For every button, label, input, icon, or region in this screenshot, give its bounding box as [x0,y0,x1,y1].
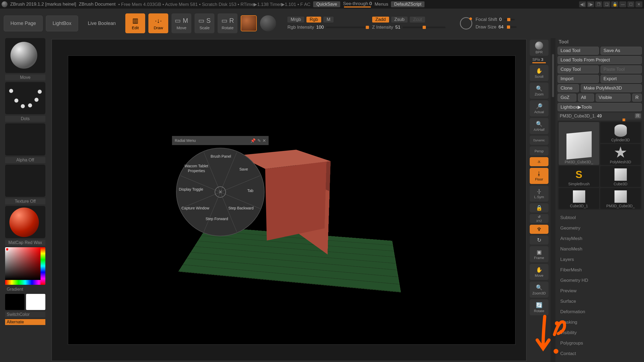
default-zscript[interactable]: DefaultZScript [391,1,425,7]
hue-bar[interactable] [5,280,45,285]
rgb-intensity-slider[interactable] [326,27,369,28]
alpha-thumbnail[interactable] [5,123,45,156]
move-mode-button[interactable]: ▭ MMove [171,13,191,33]
zadd-button[interactable]: Zadd [372,17,389,23]
load-tools-project-button[interactable]: Load Tools From Project [558,56,642,64]
alternate-button[interactable]: Alternate [5,319,45,325]
current-material-swatch[interactable] [241,15,257,31]
radial-settings-icon[interactable]: ✎ [257,138,261,143]
lightbox-button[interactable]: LightBox [46,16,78,31]
rotate-y-button[interactable]: ♆ [530,225,548,234]
make-polymesh-button[interactable]: Make PolyMesh3D [581,84,642,92]
subpanel-masking[interactable]: Masking [558,317,642,327]
tool-slider[interactable] [623,119,625,121]
scroll-button[interactable]: ✋Scroll [530,65,548,81]
goz-r-button[interactable]: R [632,94,642,102]
minimize-icon[interactable]: — [619,1,626,7]
goz-button[interactable]: GoZ [558,94,576,102]
bpr-button[interactable]: BPR [530,40,548,56]
draw-size-slider[interactable] [506,26,517,28]
goz-all-button[interactable]: All [578,94,594,102]
tool-item-cylinder[interactable]: Cylinder3D [600,122,641,143]
document-canvas[interactable]: Radial Menu 📌 ✎ ✕ Brush Panel Save Tab S… [52,39,526,361]
subpanel-fibermesh[interactable]: FiberMesh [558,265,642,275]
tool-item-cube3d[interactable]: Cube3D [600,166,641,187]
subpanel-visibility[interactable]: Visibility [558,328,642,338]
radial-seg-display-toggle[interactable]: Display Toggle [175,187,207,192]
menus-button[interactable]: Menus [375,2,388,7]
export-button[interactable]: Export [601,75,642,83]
stroke-thumbnail[interactable] [5,82,45,114]
paste-tool-button[interactable]: Paste Tool [601,65,642,73]
close-icon[interactable]: ✕ [635,1,642,7]
goz-visible-button[interactable]: Visible [596,94,631,102]
radial-seg-wacom[interactable]: Wacom Tablet Properties [180,164,213,173]
xyz-button[interactable]: ↺XYZ [530,214,548,223]
rgb-button[interactable]: Rgb [306,17,321,23]
tool-item-simplebrush[interactable]: SSimpleBrush [559,166,599,187]
radial-pin-icon[interactable]: 📌 [250,138,256,143]
subpanel-arraymesh[interactable]: ArrayMesh [558,234,642,243]
tool-r-button[interactable]: R [635,113,641,118]
radial-wheel[interactable]: Brush Panel Save Tab Step Backward Step … [176,148,265,236]
zoom3d-button[interactable]: 🔍Zoom3D [530,282,548,298]
radial-seg-brush-panel[interactable]: Brush Panel [205,154,237,159]
gradient-label[interactable]: Gradient [5,286,45,292]
tool-item-pm3d-cube3d[interactable]: PM3D_Cube3D_ [600,188,641,209]
rotate-free-button[interactable]: ↻ [530,235,548,245]
copy-tool-button[interactable]: Copy Tool [558,65,599,73]
save-as-button[interactable]: Save As [601,47,642,55]
hue-bar-vertical[interactable] [41,247,45,285]
tool-item-pm3d-cube[interactable]: PM3D_Cube3D_ [559,122,599,165]
frame-button[interactable]: ▣Frame [530,246,548,262]
x-close-button[interactable]: ·X· [530,157,548,166]
brush-thumbnail[interactable] [5,38,45,73]
floor-button[interactable]: ⭳Floor [530,168,548,184]
quicksave-button[interactable]: QuickSave [313,1,340,7]
radial-center-close[interactable]: ✕ [215,186,226,198]
spix-slider[interactable] [532,62,546,63]
load-tool-button[interactable]: Load Tool [558,47,599,55]
radial-seg-capture-window[interactable]: Capture Window [179,206,211,211]
subpanel-deformation[interactable]: Deformation [558,307,642,317]
subpanel-polygroups[interactable]: Polygroups [558,338,642,348]
subpanel-nanomesh[interactable]: NanoMesh [558,244,642,254]
main-color-swatch[interactable] [5,294,24,310]
radial-seg-tab[interactable]: Tab [234,189,266,193]
subpanel-subtool[interactable]: Subtool [558,213,642,223]
maximize-icon[interactable]: ☐ [627,1,634,7]
brush-ring-icon[interactable] [460,17,472,29]
seethrough-slider[interactable] [344,6,371,8]
live-boolean-button[interactable]: Live Boolean [81,16,122,31]
persp-button[interactable]: Persp [530,146,548,156]
clone-button[interactable]: Clone [558,84,579,92]
move-view-button[interactable]: ✋Move [530,264,548,280]
window-dupe-icon[interactable]: ❏ [603,1,610,7]
tray-right-icon[interactable]: ||▶ [587,1,594,7]
rotate-mode-button[interactable]: ▭ RRotate [218,13,237,33]
material-thumbnail[interactable] [5,206,45,238]
subpanel-layers[interactable]: Layers [558,255,642,264]
zoom-button[interactable]: 🔍Zoom [530,83,548,99]
right-tray-scrollbar[interactable] [552,54,554,97]
m-button[interactable]: M [323,17,334,23]
draw-mode-button[interactable]: ·↓·Draw [148,13,168,33]
poly-lock-button[interactable]: 🔒 [530,203,548,212]
import-button[interactable]: Import [558,75,599,83]
lsym-button[interactable]: ·|·L.Sym [530,186,548,202]
aahalf-button[interactable]: 🔍AAHalf [530,118,548,134]
radial-seg-save[interactable]: Save [228,167,260,172]
radial-seg-step-forward[interactable]: Step Forward [201,217,233,221]
lightbox-tools-button[interactable]: Lightbox▶Tools [558,103,642,111]
subpanel-geometry[interactable]: Geometry [558,223,642,233]
switchcolor-button[interactable]: SwitchColor [5,312,45,317]
subpanel-preview[interactable]: Preview [558,286,642,296]
scale-mode-button[interactable]: ▭ SScale [195,13,214,33]
subpanel-contact[interactable]: Contact [558,349,642,359]
subpanel-morphtarget[interactable]: Morph Target [558,359,642,362]
subpanel-geometryhd[interactable]: Geometry HD [558,276,642,285]
window-float-icon[interactable]: ❐ [595,1,602,7]
lock-icon[interactable]: 🔒 [611,1,618,7]
tool-item-cube3d-1[interactable]: Cube3D_1 [559,188,599,209]
actual-button[interactable]: 🔎Actual [530,100,548,116]
